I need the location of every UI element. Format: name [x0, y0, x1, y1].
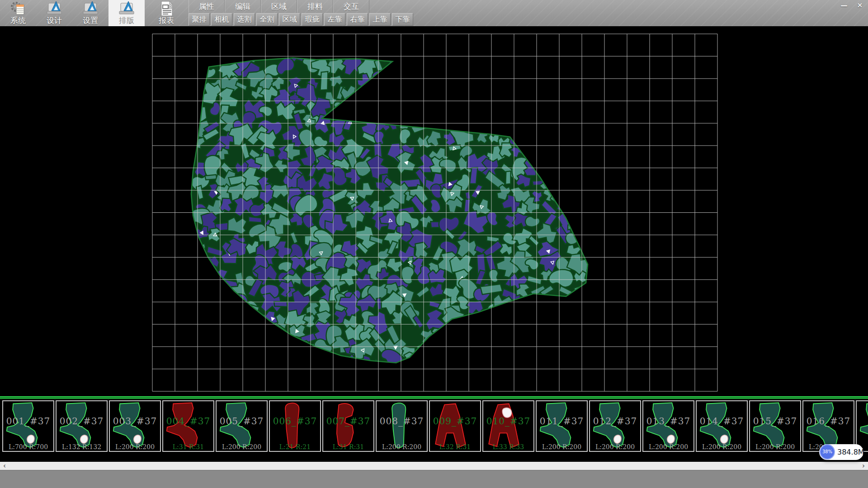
tool-button-6[interactable]: 瑕疵 [302, 13, 323, 26]
part-thumbnail-13[interactable]: 013_#37L:200 R:200 [642, 400, 694, 452]
part-lr-count-label: L:21 R:21 [270, 443, 320, 450]
window-controls: — ✕ [838, 1, 866, 10]
part-lr-count-label: L:200 R:200 [110, 443, 160, 450]
main-button-2[interactable]: 设计 [36, 0, 72, 26]
design-ruler-icon [46, 0, 62, 16]
tab-5[interactable]: 交互 [333, 0, 369, 13]
tab-4[interactable]: 排料 [297, 0, 333, 13]
part-thumbnail-1[interactable]: 001_#37L:700 R:700 [2, 400, 54, 452]
tool-button-row: 聚排相机选割全割区域瑕疵左靠右靠上靠下靠 [189, 13, 413, 26]
nesting-canvas[interactable] [0, 26, 868, 396]
part-thumbnail-4[interactable]: 004_#37L:31 R:31 [162, 400, 214, 452]
part-id-label: 010_#37 [483, 416, 533, 427]
tool-button-8[interactable]: 右靠 [347, 13, 368, 26]
part-lr-count-label: L:200 R:200 [377, 443, 427, 450]
strip-separator-line [0, 396, 868, 398]
part-id-label: 011_#37 [537, 416, 587, 427]
part-id-label: 009_#37 [430, 416, 480, 427]
tab-3[interactable]: 区域 [261, 0, 297, 13]
part-id-label: 016_#37 [803, 416, 854, 427]
part-id-label: 008_#37 [377, 416, 427, 427]
part-lr-count-label: L:200 R:200 [697, 443, 747, 450]
ribbon-right: 属性编辑区域排料交互 聚排相机选割全割区域瑕疵左靠右靠上靠下靠 [189, 0, 413, 26]
part-id-label: 006_#37 [270, 416, 320, 427]
part-id-label: 005_#37 [217, 416, 267, 427]
tool-button-9[interactable]: 上靠 [369, 13, 391, 26]
part-thumbnail-11[interactable]: 011_#37L:200 R:200 [536, 400, 588, 452]
part-thumbnail-14[interactable]: 014_#37L:200 R:200 [696, 400, 748, 452]
part-thumbnail-9[interactable]: 009_#37L:32 R:31 [429, 400, 481, 452]
strip-separator-line2 [0, 398, 868, 399]
parts-strip: 001_#37L:700 R:700002_#37L:132 R:132003_… [0, 396, 868, 454]
part-thumbnail-7[interactable]: 007_#37L:31 R:31 [322, 400, 374, 452]
part-lr-count-label: L:200 R:200 [590, 443, 640, 450]
part-thumbnail-15[interactable]: 015_#37L:200 R:200 [749, 400, 801, 452]
progress-percent-badge: 38% [820, 444, 835, 460]
scroll-left-icon[interactable]: ‹ [0, 462, 9, 470]
tool-button-7[interactable]: 左靠 [324, 13, 345, 26]
progress-badge: 38% 384.8M [819, 444, 863, 460]
part-id-label: 002_#37 [57, 416, 107, 427]
part-lr-count-label: L:33 R:33 [483, 443, 533, 450]
ribbon: 系统设计设置排版报表 属性编辑区域排料交互 聚排相机选割全割区域瑕疵左靠右靠上靠… [0, 0, 868, 26]
memory-usage-label: 384.8M [837, 444, 862, 460]
part-id-label: 014_#37 [697, 416, 747, 427]
tool-button-4[interactable]: 全割 [256, 13, 278, 26]
part-id-label: 007_#37 [323, 416, 373, 427]
part-id-label: 015_#37 [750, 416, 800, 427]
part-thumbnail-12[interactable]: 012_#37L:200 R:200 [589, 400, 641, 452]
report-document-icon [158, 0, 175, 16]
part-lr-count-label: L:31 R:31 [323, 443, 373, 450]
main-toolbar: 系统设计设置排版报表 [0, 0, 184, 26]
part-id-label: 003_#37 [110, 416, 160, 427]
main-button-3[interactable]: 设置 [72, 0, 108, 26]
main-button-label: 报表 [159, 15, 174, 26]
part-thumbnail-10[interactable]: 010_#37L:33 R:33 [482, 400, 534, 452]
close-button[interactable]: ✕ [854, 1, 866, 10]
tool-button-5[interactable]: 区域 [279, 13, 300, 26]
layout-ruler-icon [118, 0, 135, 16]
tool-button-2[interactable]: 相机 [211, 13, 232, 26]
main-button-4[interactable]: 排版 [108, 0, 145, 26]
main-button-label: 设置 [83, 15, 98, 26]
part-thumbnail-5[interactable]: 005_#37L:200 R:200 [216, 400, 268, 452]
horizontal-scrollbar[interactable]: ‹ › [0, 462, 868, 470]
minimize-button[interactable]: — [838, 1, 850, 10]
main-button-label: 系统 [10, 15, 26, 26]
main-button-label: 排版 [119, 15, 134, 26]
part-lr-count-label: L:200 R:200 [217, 443, 267, 450]
part-id-label: 013_#37 [643, 416, 693, 427]
part-thumbnail-6[interactable]: 006_#37L:21 R:21 [269, 400, 321, 452]
part-id-label: 0 [857, 416, 868, 427]
menu-tabs: 属性编辑区域排料交互 [189, 0, 413, 13]
part-id-label: 001_#37 [3, 416, 53, 427]
part-id-label: 004_#37 [163, 416, 213, 427]
tool-button-3[interactable]: 选割 [234, 13, 255, 26]
part-lr-count-label: L:200 R:200 [643, 443, 693, 450]
part-lr-count-label: L:132 R:132 [57, 443, 107, 450]
tab-2[interactable]: 编辑 [225, 0, 261, 13]
tab-1[interactable]: 属性 [189, 0, 225, 13]
main-button-label: 设计 [47, 15, 62, 26]
part-lr-count-label: L:31 R:31 [163, 443, 213, 450]
part-lr-count-label: L:200 R:200 [537, 443, 587, 450]
nesting-svg [0, 26, 868, 396]
scrollbar-track[interactable] [9, 462, 859, 470]
part-thumbnail-3[interactable]: 003_#37L:200 R:200 [109, 400, 161, 452]
part-id-label: 012_#37 [590, 416, 640, 427]
part-thumbnail-2[interactable]: 002_#37L:132 R:132 [56, 400, 108, 452]
main-button-5[interactable]: 报表 [148, 0, 184, 26]
bottom-status-bar [0, 470, 868, 488]
parts-list: 001_#37L:700 R:700002_#37L:132 R:132003_… [0, 400, 868, 454]
part-thumbnail-8[interactable]: 008_#37L:200 R:200 [376, 400, 428, 452]
part-lr-count-label: L:700 R:700 [3, 443, 53, 450]
tool-button-10[interactable]: 下靠 [392, 13, 413, 26]
part-lr-count-label: L:32 R:31 [430, 443, 480, 450]
part-lr-count-label: L:200 R:200 [750, 443, 800, 450]
scroll-right-icon[interactable]: › [859, 462, 868, 470]
main-button-1[interactable]: 系统 [0, 0, 36, 26]
settings-ruler-icon [82, 0, 99, 16]
tool-button-1[interactable]: 聚排 [189, 13, 210, 26]
system-gear-icon [10, 0, 26, 16]
